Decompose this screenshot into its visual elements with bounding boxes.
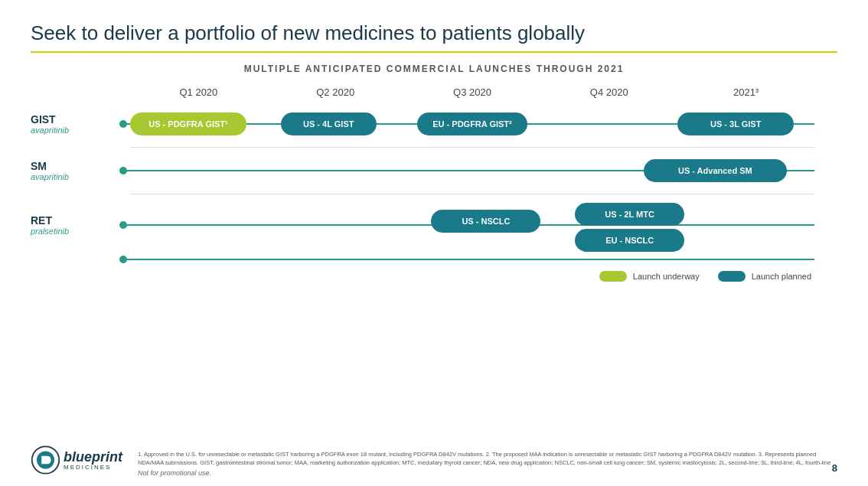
ret-drug-name: RET [31, 214, 69, 227]
page-number: 8 [832, 462, 837, 474]
logo: blueprint MEDICINES [31, 443, 122, 477]
gist-pill-pdgfra-us: US - PDGFRA GIST¹ [130, 113, 246, 135]
gist-drug-subtitle: avapritinib [31, 126, 69, 135]
slide: Seek to deliver a portfolio of new medic… [0, 0, 868, 486]
page-title: Seek to deliver a portfolio of new medic… [31, 21, 837, 45]
title-underline [31, 51, 837, 53]
sep-1 [130, 147, 814, 148]
ret-pill-2l-mtc: US - 2L MTC [575, 203, 684, 226]
legend-underway: Launch underway [599, 271, 700, 282]
ret-pill-eu-nsclc: EU - NSCLC [575, 229, 684, 252]
ret-drug-subtitle: pralsetinib [31, 227, 69, 236]
sep-2 [130, 194, 814, 194]
subtitle: MULTIPLE ANTICIPATED COMMERCIAL LAUNCHES… [31, 64, 837, 74]
not-promotional-text: Not for promotional use. [138, 469, 837, 477]
quarter-q1: Q1 2020 [130, 86, 267, 98]
quarter-q4: Q4 2020 [540, 86, 677, 98]
footnotes-text: 1. Approved in the U.S. for unresectable… [138, 451, 837, 467]
bottom-line [122, 259, 814, 260]
logo-text: blueprint MEDICINES [64, 450, 122, 471]
legend-planned: Launch planned [718, 271, 811, 282]
gist-drug-name: GIST [31, 113, 69, 126]
footer: blueprint MEDICINES 1. Approved in the U… [31, 443, 837, 477]
sm-drug-subtitle: avapritinib [31, 172, 69, 181]
quarter-q2: Q2 2020 [267, 86, 404, 98]
sm-drug-name: SM [31, 160, 69, 172]
footnotes-area: 1. Approved in the U.S. for unresectable… [138, 451, 837, 477]
gist-pill-eu-pdgfra: EU - PDGFRA GIST² [417, 113, 527, 135]
gist-pill-3l: US - 3L GIST [677, 113, 794, 135]
quarter-q3: Q3 2020 [404, 86, 541, 98]
quarter-2021: 2021³ [677, 86, 814, 98]
legend-green-pill [599, 271, 627, 282]
gist-pill-4l: US - 4L GIST [281, 113, 377, 135]
sm-pill-advanced: US - Advanced SM [644, 159, 788, 182]
ret-pill-nsclc-us: US - NSCLC [431, 210, 540, 233]
legend-teal-pill [718, 271, 746, 282]
